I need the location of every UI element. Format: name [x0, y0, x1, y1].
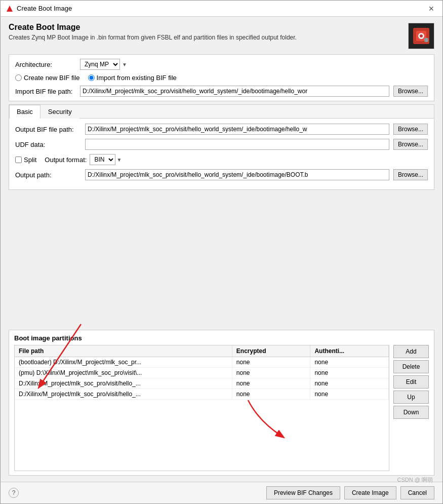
svg-point-4	[420, 34, 423, 37]
row1-authenticated: none	[310, 357, 389, 367]
svg-point-9	[427, 41, 428, 42]
udf-data-browse-button[interactable]: Browse...	[393, 139, 428, 150]
create-bif-label: Create new BIF file	[24, 74, 80, 82]
import-bif-browse-button[interactable]: Browse...	[393, 86, 428, 97]
col-file-path: File path	[15, 345, 232, 357]
import-bif-path-label: Import BIF file path:	[15, 88, 76, 95]
import-bif-label: Import from existing BIF file	[97, 74, 177, 82]
help-icon[interactable]: ?	[9, 488, 19, 498]
table-row[interactable]: D:/Xilinx/M_project/mlk_soc_pro/visit/he…	[15, 378, 389, 389]
partitions-title: Boot image partitions	[14, 334, 429, 342]
create-bif-radio[interactable]: Create new BIF file	[15, 74, 80, 82]
output-bif-label: Output BIF file path:	[15, 126, 81, 133]
bottom-bar: ? Preview BIF Changes Create Image Cance…	[1, 482, 442, 503]
row1-encrypted: none	[232, 357, 311, 367]
app-icon	[6, 5, 14, 13]
svg-point-6	[425, 38, 426, 40]
output-path-input[interactable]	[85, 169, 389, 180]
output-bif-input[interactable]	[85, 124, 389, 135]
preview-bif-button[interactable]: Preview BIF Changes	[266, 486, 340, 499]
row4-encrypted: none	[232, 389, 311, 399]
row3-encrypted: none	[232, 378, 311, 389]
row4-file: D:/Xilinx/M_project/mlk_soc_pro/visit/he…	[15, 389, 232, 399]
col-encrypted: Encrypted	[232, 345, 311, 357]
table-row[interactable]: D:/Xilinx/M_project/mlk_soc_pro/visit/he…	[15, 389, 389, 400]
tab-basic-content: Output BIF file path: Browse... UDF data…	[9, 119, 434, 189]
tab-bar: Basic Security	[9, 105, 434, 119]
output-path-label: Output path:	[15, 171, 81, 179]
down-button[interactable]: Down	[393, 406, 429, 419]
watermark: CSDN @ 啊萌	[397, 476, 433, 484]
architecture-label: Architecture:	[15, 61, 76, 68]
row1-file: (bootloader) D:/Xilinx/M_project/mlk_soc…	[15, 357, 232, 367]
output-format-select[interactable]: BIN	[90, 154, 115, 165]
dialog-title: Create Boot Image	[9, 23, 297, 32]
split-label: Split	[24, 156, 36, 164]
row3-file: D:/Xilinx/M_project/mlk_soc_pro/visit/he…	[15, 378, 232, 389]
output-bif-browse-button[interactable]: Browse...	[393, 124, 428, 135]
format-dropdown-icon: ▼	[116, 157, 122, 163]
udf-data-input[interactable]	[85, 139, 389, 150]
row3-authenticated: none	[310, 378, 389, 389]
edit-button[interactable]: Edit	[393, 375, 429, 389]
import-bif-path-input[interactable]	[80, 86, 389, 97]
empty-area	[9, 193, 434, 326]
add-button[interactable]: Add	[393, 345, 429, 358]
udf-data-label: UDF data:	[15, 141, 81, 148]
table-row[interactable]: (bootloader) D:/Xilinx/M_project/mlk_soc…	[15, 357, 389, 368]
dialog-description: Creates Zynq MP Boot Image in .bin forma…	[9, 34, 297, 41]
create-image-button[interactable]: Create Image	[344, 486, 396, 499]
up-button[interactable]: Up	[393, 391, 429, 404]
partitions-section: Boot image partitions File path Encrypte…	[9, 330, 434, 476]
architecture-select[interactable]: Zynq MP	[80, 59, 120, 70]
svg-point-7	[427, 38, 428, 40]
split-checkbox-label[interactable]: Split	[15, 156, 36, 164]
row2-authenticated: none	[310, 368, 389, 378]
import-bif-radio[interactable]: Import from existing BIF file	[88, 74, 177, 82]
svg-marker-0	[7, 6, 13, 12]
row2-encrypted: none	[232, 368, 311, 378]
cancel-button[interactable]: Cancel	[400, 486, 434, 499]
row4-authenticated: none	[310, 389, 389, 399]
header-icon	[408, 23, 434, 49]
table-empty-space	[15, 400, 389, 471]
partitions-buttons: Add Delete Edit Up Down	[393, 345, 429, 471]
output-path-browse-button[interactable]: Browse...	[393, 169, 428, 180]
close-button[interactable]: ✕	[425, 4, 437, 14]
arch-dropdown-icon: ▼	[122, 62, 127, 67]
col-authenticated: Authenti...	[310, 345, 389, 357]
row2-file: (pmu) D:\Xilinx\M_project\mlk_soc_pro\vi…	[15, 368, 232, 378]
table-header: File path Encrypted Authenti...	[15, 345, 389, 357]
tab-basic[interactable]: Basic	[9, 105, 41, 119]
table-row[interactable]: (pmu) D:\Xilinx\M_project\mlk_soc_pro\vi…	[15, 368, 389, 378]
partitions-table: File path Encrypted Authenti... (bootloa…	[14, 345, 389, 471]
svg-point-8	[425, 41, 426, 42]
output-format-label: Output format:	[45, 156, 87, 164]
tab-security[interactable]: Security	[41, 105, 79, 119]
delete-button[interactable]: Delete	[393, 360, 429, 373]
split-checkbox[interactable]	[15, 157, 22, 163]
title-bar: Create Boot Image ✕	[1, 1, 442, 17]
window-title: Create Boot Image	[17, 5, 72, 12]
